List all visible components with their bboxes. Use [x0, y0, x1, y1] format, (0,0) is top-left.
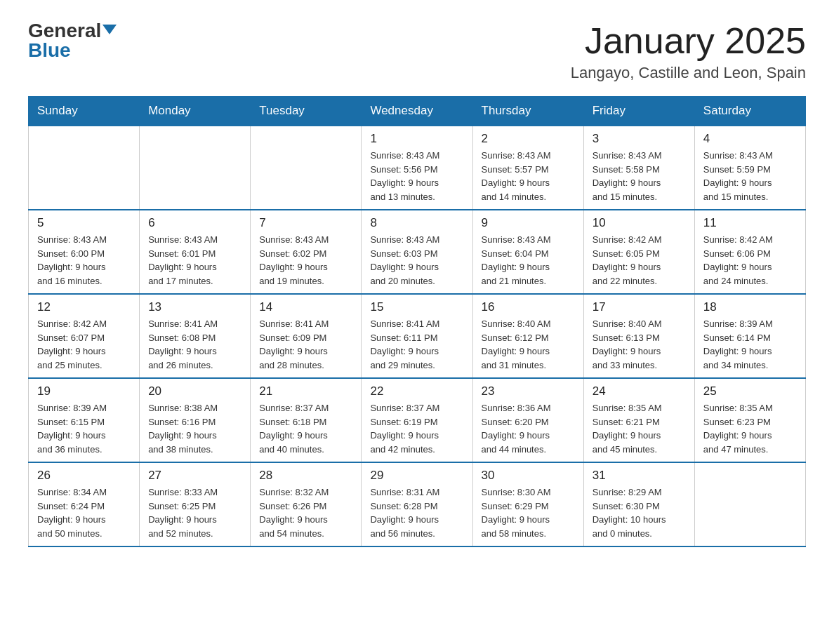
table-row: 17Sunrise: 8:40 AM Sunset: 6:13 PM Dayli…: [583, 294, 694, 378]
day-number: 8: [370, 216, 463, 230]
table-row: 18Sunrise: 8:39 AM Sunset: 6:14 PM Dayli…: [694, 294, 805, 378]
table-row: 16Sunrise: 8:40 AM Sunset: 6:12 PM Dayli…: [472, 294, 583, 378]
table-row: 2Sunrise: 8:43 AM Sunset: 5:57 PM Daylig…: [472, 126, 583, 210]
table-row: 23Sunrise: 8:36 AM Sunset: 6:20 PM Dayli…: [472, 378, 583, 462]
header-saturday: Saturday: [694, 97, 805, 126]
day-number: 19: [37, 384, 131, 398]
day-info: Sunrise: 8:38 AM Sunset: 6:16 PM Dayligh…: [148, 401, 241, 456]
table-row: 5Sunrise: 8:43 AM Sunset: 6:00 PM Daylig…: [29, 210, 140, 294]
day-number: 12: [37, 300, 131, 314]
day-info: Sunrise: 8:42 AM Sunset: 6:05 PM Dayligh…: [593, 233, 686, 288]
calendar-week-row: 12Sunrise: 8:42 AM Sunset: 6:07 PM Dayli…: [29, 294, 806, 378]
calendar-table: Sunday Monday Tuesday Wednesday Thursday…: [28, 96, 806, 547]
day-number: 31: [593, 469, 686, 483]
title-section: January 2025 Langayo, Castille and Leon,…: [571, 21, 806, 82]
logo: General Blue: [28, 21, 117, 60]
table-row: 20Sunrise: 8:38 AM Sunset: 6:16 PM Dayli…: [140, 378, 251, 462]
page-header: General Blue January 2025 Langayo, Casti…: [28, 21, 806, 82]
table-row: 12Sunrise: 8:42 AM Sunset: 6:07 PM Dayli…: [29, 294, 140, 378]
day-info: Sunrise: 8:42 AM Sunset: 6:07 PM Dayligh…: [37, 317, 131, 372]
day-info: Sunrise: 8:42 AM Sunset: 6:06 PM Dayligh…: [703, 233, 797, 288]
day-number: 22: [370, 384, 463, 398]
calendar-week-row: 5Sunrise: 8:43 AM Sunset: 6:00 PM Daylig…: [29, 210, 806, 294]
table-row: [140, 126, 251, 210]
day-number: 4: [703, 132, 797, 146]
day-info: Sunrise: 8:43 AM Sunset: 5:59 PM Dayligh…: [703, 149, 797, 203]
table-row: 29Sunrise: 8:31 AM Sunset: 6:28 PM Dayli…: [362, 462, 472, 546]
table-row: 28Sunrise: 8:32 AM Sunset: 6:26 PM Dayli…: [251, 462, 362, 546]
calendar-week-row: 26Sunrise: 8:34 AM Sunset: 6:24 PM Dayli…: [29, 462, 806, 546]
logo-blue-text: Blue: [28, 41, 71, 60]
table-row: 14Sunrise: 8:41 AM Sunset: 6:09 PM Dayli…: [251, 294, 362, 378]
day-info: Sunrise: 8:35 AM Sunset: 6:21 PM Dayligh…: [593, 401, 686, 456]
logo-general-text: General: [28, 21, 101, 41]
day-number: 30: [482, 469, 575, 483]
logo-triangle-icon: [102, 25, 117, 34]
day-number: 14: [259, 300, 352, 314]
day-number: 15: [370, 300, 463, 314]
table-row: 22Sunrise: 8:37 AM Sunset: 6:19 PM Dayli…: [362, 378, 472, 462]
day-info: Sunrise: 8:41 AM Sunset: 6:09 PM Dayligh…: [259, 317, 352, 372]
header-monday: Monday: [140, 97, 251, 126]
day-info: Sunrise: 8:34 AM Sunset: 6:24 PM Dayligh…: [37, 485, 131, 540]
day-info: Sunrise: 8:39 AM Sunset: 6:15 PM Dayligh…: [37, 401, 131, 456]
day-info: Sunrise: 8:43 AM Sunset: 6:01 PM Dayligh…: [148, 233, 241, 288]
day-info: Sunrise: 8:29 AM Sunset: 6:30 PM Dayligh…: [593, 485, 686, 540]
day-info: Sunrise: 8:32 AM Sunset: 6:26 PM Dayligh…: [259, 485, 352, 540]
table-row: 8Sunrise: 8:43 AM Sunset: 6:03 PM Daylig…: [362, 210, 472, 294]
day-number: 7: [259, 216, 352, 230]
table-row: [29, 126, 140, 210]
day-number: 17: [593, 300, 686, 314]
day-info: Sunrise: 8:31 AM Sunset: 6:28 PM Dayligh…: [370, 485, 463, 540]
table-row: 25Sunrise: 8:35 AM Sunset: 6:23 PM Dayli…: [694, 378, 805, 462]
table-row: [251, 126, 362, 210]
day-number: 24: [593, 384, 686, 398]
day-number: 6: [148, 216, 241, 230]
location-title: Langayo, Castille and Leon, Spain: [571, 64, 806, 82]
day-number: 20: [148, 384, 241, 398]
day-info: Sunrise: 8:43 AM Sunset: 6:04 PM Dayligh…: [482, 233, 575, 288]
table-row: 24Sunrise: 8:35 AM Sunset: 6:21 PM Dayli…: [583, 378, 694, 462]
table-row: 9Sunrise: 8:43 AM Sunset: 6:04 PM Daylig…: [472, 210, 583, 294]
day-number: 1: [370, 132, 463, 146]
day-info: Sunrise: 8:36 AM Sunset: 6:20 PM Dayligh…: [482, 401, 575, 456]
calendar-week-row: 19Sunrise: 8:39 AM Sunset: 6:15 PM Dayli…: [29, 378, 806, 462]
day-number: 28: [259, 469, 352, 483]
day-info: Sunrise: 8:39 AM Sunset: 6:14 PM Dayligh…: [703, 317, 797, 372]
header-friday: Friday: [583, 97, 694, 126]
day-number: 13: [148, 300, 241, 314]
day-number: 29: [370, 469, 463, 483]
table-row: 27Sunrise: 8:33 AM Sunset: 6:25 PM Dayli…: [140, 462, 251, 546]
header-wednesday: Wednesday: [362, 97, 472, 126]
table-row: 19Sunrise: 8:39 AM Sunset: 6:15 PM Dayli…: [29, 378, 140, 462]
day-number: 16: [482, 300, 575, 314]
day-info: Sunrise: 8:40 AM Sunset: 6:13 PM Dayligh…: [593, 317, 686, 372]
day-info: Sunrise: 8:40 AM Sunset: 6:12 PM Dayligh…: [482, 317, 575, 372]
table-row: 21Sunrise: 8:37 AM Sunset: 6:18 PM Dayli…: [251, 378, 362, 462]
day-info: Sunrise: 8:41 AM Sunset: 6:11 PM Dayligh…: [370, 317, 463, 372]
table-row: 26Sunrise: 8:34 AM Sunset: 6:24 PM Dayli…: [29, 462, 140, 546]
table-row: 30Sunrise: 8:30 AM Sunset: 6:29 PM Dayli…: [472, 462, 583, 546]
table-row: 6Sunrise: 8:43 AM Sunset: 6:01 PM Daylig…: [140, 210, 251, 294]
day-number: 27: [148, 469, 241, 483]
day-info: Sunrise: 8:43 AM Sunset: 5:56 PM Dayligh…: [370, 149, 463, 203]
month-title: January 2025: [571, 21, 806, 61]
table-row: 1Sunrise: 8:43 AM Sunset: 5:56 PM Daylig…: [362, 126, 472, 210]
day-info: Sunrise: 8:37 AM Sunset: 6:18 PM Dayligh…: [259, 401, 352, 456]
day-number: 26: [37, 469, 131, 483]
header-thursday: Thursday: [472, 97, 583, 126]
day-number: 3: [593, 132, 686, 146]
day-info: Sunrise: 8:43 AM Sunset: 6:02 PM Dayligh…: [259, 233, 352, 288]
header-tuesday: Tuesday: [251, 97, 362, 126]
table-row: 31Sunrise: 8:29 AM Sunset: 6:30 PM Dayli…: [583, 462, 694, 546]
day-info: Sunrise: 8:43 AM Sunset: 5:57 PM Dayligh…: [482, 149, 575, 203]
table-row: [694, 462, 805, 546]
table-row: 11Sunrise: 8:42 AM Sunset: 6:06 PM Dayli…: [694, 210, 805, 294]
day-info: Sunrise: 8:41 AM Sunset: 6:08 PM Dayligh…: [148, 317, 241, 372]
day-info: Sunrise: 8:43 AM Sunset: 6:03 PM Dayligh…: [370, 233, 463, 288]
table-row: 4Sunrise: 8:43 AM Sunset: 5:59 PM Daylig…: [694, 126, 805, 210]
table-row: 10Sunrise: 8:42 AM Sunset: 6:05 PM Dayli…: [583, 210, 694, 294]
day-info: Sunrise: 8:43 AM Sunset: 5:58 PM Dayligh…: [593, 149, 686, 203]
day-number: 10: [593, 216, 686, 230]
calendar-header-row: Sunday Monday Tuesday Wednesday Thursday…: [29, 97, 806, 126]
